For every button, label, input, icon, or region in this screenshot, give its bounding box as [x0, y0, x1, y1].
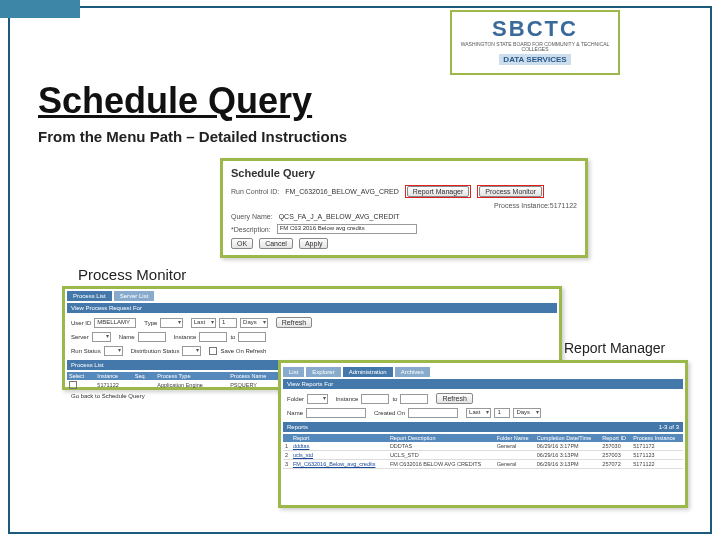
tab-server-list[interactable]: Server List	[114, 291, 155, 301]
refresh-button[interactable]: Refresh	[276, 317, 313, 328]
query-name-value: QCS_FA_J_A_BELOW_AVG_CREDIT	[279, 213, 400, 220]
rm-instance-to[interactable]	[400, 394, 428, 404]
apply-button[interactable]: Apply	[299, 238, 329, 249]
diststatus-label: Distribution Status	[131, 348, 180, 354]
last-unit-select[interactable]: Days	[240, 318, 268, 328]
table-row[interactable]: 2ucls_stdUCLS_STD06/29/16 3:13PM25700351…	[283, 451, 683, 460]
type-select[interactable]	[160, 318, 182, 328]
instance-from[interactable]	[199, 332, 227, 342]
tab-explorer[interactable]: Explorer	[306, 367, 340, 377]
rm-created-label: Created On	[374, 410, 405, 416]
description-input[interactable]: FM C63 2016 Below avg credits	[277, 224, 417, 234]
runstatus-label: Run Status	[71, 348, 101, 354]
row-checkbox[interactable]	[69, 381, 77, 389]
view-reports-bar: View Reports For	[283, 379, 683, 389]
table-row[interactable]: 3FM_C632016_Below_avg_creditsFM C632016 …	[283, 460, 683, 469]
report-manager-button[interactable]: Report Manager	[407, 186, 470, 197]
userid-label: User ID	[71, 320, 91, 326]
rm-refresh-button[interactable]: Refresh	[436, 393, 473, 404]
table-row[interactable]: 1dddtasDDDTASGeneral06/29/16 3:17PM25703…	[283, 442, 683, 451]
server-select[interactable]	[92, 332, 111, 342]
description-label: *Description:	[231, 226, 271, 233]
process-monitor-button[interactable]: Process Monitor	[479, 186, 542, 197]
rm-instance-label: Instance	[336, 396, 359, 402]
process-monitor-highlight: Process Monitor	[477, 185, 544, 198]
run-control-value: FM_C632016_BELOW_AVG_CRED	[285, 188, 398, 195]
rm-last-select[interactable]: Last	[466, 408, 491, 418]
page-title: Schedule Query	[38, 80, 312, 122]
rm-name-input[interactable]	[306, 408, 366, 418]
userid-input[interactable]: MBELLAMY	[94, 318, 136, 328]
tab-archives[interactable]: Archives	[395, 367, 430, 377]
run-control-label: Run Control ID:	[231, 188, 279, 195]
save-refresh-label: Save On Refresh	[220, 348, 266, 354]
logo-box: SBCTC WASHINGTON STATE BOARD FOR COMMUNI…	[450, 10, 620, 75]
runstatus-select[interactable]	[104, 346, 123, 356]
report-manager-label: Report Manager	[564, 340, 665, 356]
query-name-label: Query Name:	[231, 213, 273, 220]
logo-tag: DATA SERVICES	[499, 54, 570, 65]
process-instance-label: Process Instance:5171122	[494, 202, 577, 209]
rm-last-value[interactable]: 1	[494, 408, 510, 418]
name-input[interactable]	[138, 332, 166, 342]
instance-to[interactable]	[238, 332, 266, 342]
instance-label: Instance	[174, 334, 197, 340]
view-request-bar: View Process Request For	[67, 303, 557, 313]
reports-bar: Reports	[287, 424, 308, 430]
tab-list[interactable]: List	[283, 367, 304, 377]
rm-created-input[interactable]	[408, 408, 458, 418]
logo-text: SBCTC	[458, 16, 612, 42]
rm-instance-from[interactable]	[361, 394, 389, 404]
go-back-link[interactable]: Go back to Schedule Query	[71, 393, 145, 399]
save-refresh-checkbox[interactable]	[209, 347, 217, 355]
name-label: Name	[119, 334, 135, 340]
logo-subtext: WASHINGTON STATE BOARD FOR COMMUNITY & T…	[458, 42, 612, 52]
tab-administration[interactable]: Administration	[343, 367, 393, 377]
schedule-heading: Schedule Query	[231, 167, 577, 179]
reports-paging: 1-3 of 3	[659, 424, 679, 430]
rm-name-label: Name	[287, 410, 303, 416]
report-manager-highlight: Report Manager	[405, 185, 472, 198]
diststatus-select[interactable]	[182, 346, 201, 356]
rm-folder-select[interactable]	[307, 394, 328, 404]
tab-process-list[interactable]: Process List	[67, 291, 112, 301]
last-value[interactable]: 1	[219, 318, 237, 328]
rm-folder-label: Folder	[287, 396, 304, 402]
cancel-button[interactable]: Cancel	[259, 238, 293, 249]
process-monitor-label: Process Monitor	[78, 266, 186, 283]
rm-last-unit[interactable]: Days	[513, 408, 541, 418]
report-manager-panel: List Explorer Administration Archives Vi…	[278, 360, 688, 508]
type-label: Type	[144, 320, 157, 326]
reports-table: ReportReport DescriptionFolder NameCompl…	[283, 434, 683, 469]
last-select[interactable]: Last	[191, 318, 216, 328]
process-list-bar: Process List	[71, 362, 104, 368]
page-subtitle: From the Menu Path – Detailed Instructio…	[38, 128, 347, 145]
ok-button[interactable]: OK	[231, 238, 253, 249]
server-label: Server	[71, 334, 89, 340]
schedule-query-panel: Schedule Query Run Control ID: FM_C63201…	[220, 158, 588, 258]
